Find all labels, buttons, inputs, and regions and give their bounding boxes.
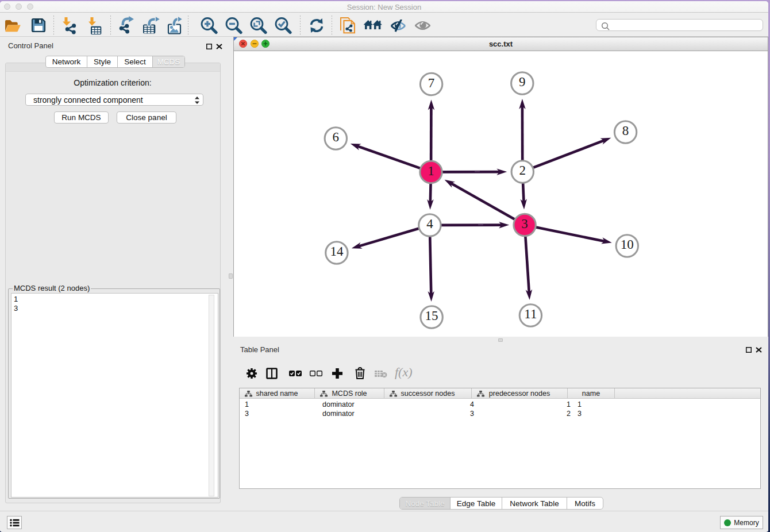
svg-text:8: 8 [622,124,629,138]
svg-text:6: 6 [333,130,340,144]
svg-text:2: 2 [519,163,526,178]
svg-text:4: 4 [426,217,433,231]
svg-text:1: 1 [428,164,434,178]
svg-text:15: 15 [425,309,438,323]
svg-text:11: 11 [524,307,537,321]
svg-text:3: 3 [521,217,528,231]
svg-text:9: 9 [519,75,526,89]
svg-text:14: 14 [330,244,344,259]
svg-text:10: 10 [621,237,634,252]
svg-text:7: 7 [428,76,435,90]
